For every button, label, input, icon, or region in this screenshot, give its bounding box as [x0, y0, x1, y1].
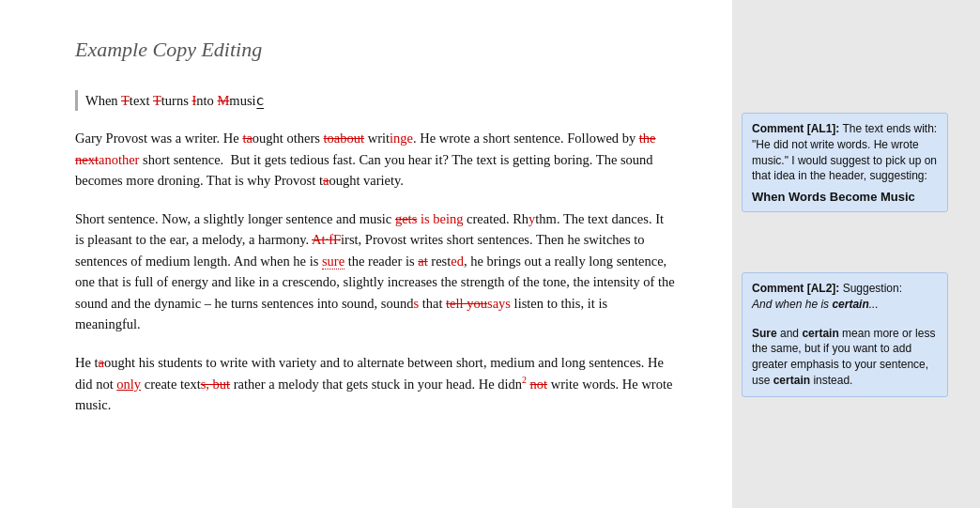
heading-text: When Ttext Tturns Into Mmusic̲ [85, 90, 676, 111]
heading-section: When Ttext Tturns Into Mmusic̲ [75, 90, 676, 111]
turns-text: turns [161, 93, 192, 108]
insert-says: says [487, 296, 511, 311]
paragraph-1: Gary Provost was a writer. He taought ot… [75, 128, 676, 191]
strike-tellyou: tell you [446, 296, 487, 311]
text-text: text [130, 93, 153, 108]
strike-thenext: the next [75, 131, 656, 166]
comment-al1-label: Comment [AL1]: [752, 122, 839, 135]
insert-isbeing: is being [421, 211, 464, 226]
insert-inge: inge [390, 131, 413, 146]
strike-ao2: a [99, 355, 104, 370]
strike-ta: ta [242, 131, 252, 146]
strikethrough-M: M [217, 93, 229, 108]
strike-sbut: s, but [201, 377, 230, 392]
insert-y: y [528, 211, 535, 226]
comment-al1: Comment [AL1]: The text ends with: "He d… [742, 113, 948, 212]
strike-gets: gets [395, 211, 417, 226]
underline-sure: sure [322, 254, 345, 269]
paragraph-3: He taought his students to write with va… [75, 352, 676, 416]
page-title: Example Copy Editing [75, 38, 676, 62]
sidebar: Comment [AL1]: The text ends with: "He d… [732, 0, 980, 508]
strike-ao: a [323, 173, 329, 188]
strike-not2: not [530, 377, 548, 392]
music-text: music [229, 93, 263, 108]
comment-al2-main: Sure and certain mean more or less the s… [752, 327, 935, 387]
paragraph-2: Short sentence. Now, a slightly longer s… [75, 208, 676, 335]
comment-al1-highlight: When Words Become Music [752, 190, 938, 204]
strike-AtfF: At·fF [312, 232, 341, 247]
underline-only: only [116, 377, 141, 392]
main-content: Example Copy Editing When Ttext Tturns I… [0, 0, 732, 508]
strikethrough-T2: T [153, 93, 161, 108]
strikethrough-T: T [121, 93, 130, 108]
super-2: 2 [522, 375, 527, 385]
comment-al2-intro: Suggestion: [843, 282, 902, 295]
insert-s: s [413, 296, 419, 311]
comment-al2-label: Comment [AL2]: [752, 282, 839, 295]
into-text: nto [196, 93, 217, 108]
insert-ed: ed [451, 254, 464, 269]
insert-another: another [99, 152, 139, 167]
strike-at: at [418, 254, 427, 269]
comment-al2: Comment [AL2]: Suggestion: And when he i… [742, 272, 948, 397]
comment-al2-italic: And when he is certain... [752, 298, 879, 311]
strike-toabout: toabout [324, 131, 365, 146]
